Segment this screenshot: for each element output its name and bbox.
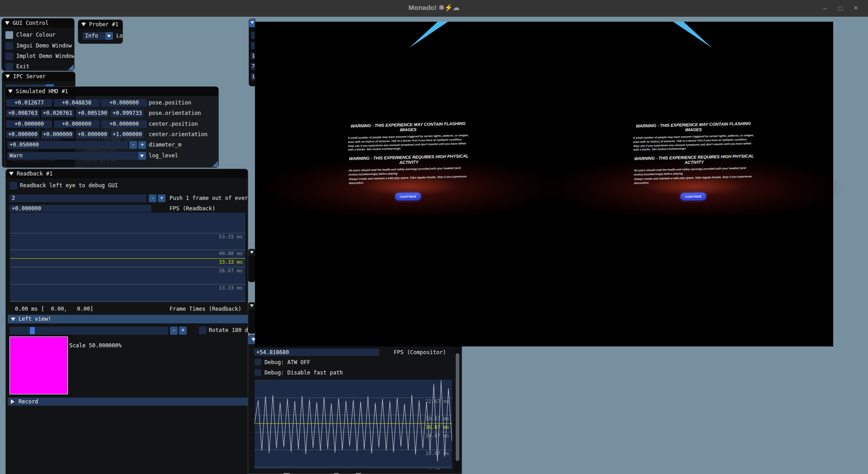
plot-gridline <box>10 284 245 284</box>
drag-float-input[interactable]: +0.000000 <box>6 120 52 128</box>
collapse-arrow-icon[interactable] <box>250 21 254 24</box>
scale-minus-button[interactable]: - <box>170 327 178 335</box>
collapse-arrow-icon[interactable] <box>11 318 15 321</box>
scale-slider-label: Scale 50.000000% <box>69 342 122 349</box>
push-frame-minus-button[interactable]: - <box>149 194 156 202</box>
diameter-minus-button[interactable]: - <box>129 141 137 149</box>
drag-float-input[interactable]: +0.005190 <box>76 109 109 117</box>
scale-slider[interactable]: Scale 50.000000% <box>9 327 168 335</box>
plot-tick-label: 0.00 ms <box>222 302 243 303</box>
close-button[interactable]: × <box>850 3 862 13</box>
readback-titlebar[interactable]: Readback #1 <box>6 169 248 178</box>
drag-float-input[interactable]: +0.999733 <box>111 109 144 117</box>
os-titlebar: Monado! ❄⚡☁ – □ × <box>0 0 868 17</box>
warning-panel-left-eye: WARNING - THIS EXPERIENCE MAY CONTAIN FL… <box>347 121 470 185</box>
readback-left-eye-checkbox[interactable] <box>9 182 17 190</box>
drag-float-input[interactable]: +0.020761 <box>41 109 74 117</box>
resize-grip[interactable] <box>68 64 74 70</box>
drag-float-input[interactable]: +0.000000 <box>54 120 99 128</box>
maximize-button[interactable]: □ <box>835 3 846 13</box>
plot-gridline <box>10 250 245 250</box>
warning-title-activity: WARNING - THIS EXPERIENCE REQUIRES HIGH … <box>633 153 755 166</box>
left-view-header[interactable]: Left view! <box>8 315 248 323</box>
log-level-combo[interactable]: Warn <box>7 152 138 160</box>
ipc-server-title: IPC Server <box>13 73 46 80</box>
drag-float-input[interactable]: +0.000000 <box>41 131 74 138</box>
readback-fps-input[interactable]: +0.000000 <box>9 205 151 213</box>
rotate-180-checkbox[interactable] <box>199 327 207 334</box>
drag-float-input[interactable]: +0.008763 <box>6 109 39 117</box>
minimize-button[interactable]: – <box>819 3 831 13</box>
collapse-arrow-icon[interactable] <box>9 172 14 175</box>
drag-float-input[interactable]: +0.000000 <box>6 131 39 138</box>
record-header[interactable]: Record <box>8 398 248 406</box>
os-window-title: Monado! ❄⚡☁ <box>0 4 868 12</box>
debug-fastpath-checkbox[interactable] <box>255 369 261 376</box>
compositor-fps-input[interactable]: +54.818680 <box>254 349 379 356</box>
scrollbar-track[interactable] <box>455 346 460 473</box>
left-view-image <box>9 337 68 394</box>
push-frame-input[interactable]: 2 <box>9 194 146 202</box>
menu-item-label: Exit <box>16 63 29 71</box>
drag-float-input[interactable]: +0.012677 <box>6 99 52 107</box>
drag-float-input[interactable]: +0.000000 <box>101 120 147 128</box>
debug-fastpath-label: Debug: Disable fast path <box>264 369 343 377</box>
plot-tick-label: 53.33 ms <box>219 234 243 240</box>
window-partial-top: 171 <box>249 19 255 86</box>
checkbox-exit[interactable] <box>5 63 13 71</box>
compositor-fps-label: FPS (Compositor) <box>394 349 446 356</box>
plot-tick-label: 40.00 ms <box>219 251 243 256</box>
plot-series-line <box>255 379 452 469</box>
debug-atw-label: Debug: ATW OFF <box>264 359 310 366</box>
checkbox-implot-demo-window[interactable] <box>5 52 13 60</box>
readback-frame-times-plot[interactable]: 53.33 ms40.00 ms33.33 ms26.67 ms13.33 ms… <box>9 212 246 303</box>
drag-float-input[interactable]: +0.000000 <box>101 99 147 107</box>
warning-title-flashing: WARNING - THIS EXPERIENCE MAY CONTAIN FL… <box>347 121 468 133</box>
collapse-arrow-icon[interactable] <box>81 23 86 26</box>
drag-float-input[interactable]: +0.000000 <box>76 131 109 138</box>
chevron-down-icon[interactable] <box>105 32 113 40</box>
slider-grab[interactable] <box>30 327 35 334</box>
gui-control-titlebar[interactable]: GUI Control <box>2 19 74 28</box>
plot-tick-label: 26.67 ms <box>219 268 243 274</box>
clear-colour-swatch[interactable] <box>5 31 13 39</box>
hmd-title: Simulated HMD #1 <box>16 88 68 95</box>
hmd-titlebar[interactable]: Simulated HMD #1 <box>5 87 218 96</box>
collapse-arrow-icon[interactable] <box>5 75 10 78</box>
diameter-label: diameter_m <box>149 141 181 149</box>
collapse-arrow-icon[interactable] <box>250 251 254 254</box>
scale-plus-button[interactable]: + <box>179 327 187 335</box>
collapse-arrow-icon[interactable] <box>8 90 13 93</box>
chevron-down-icon[interactable] <box>138 152 146 160</box>
diameter-input[interactable]: +0.050000 <box>7 141 128 149</box>
resize-grip[interactable] <box>212 161 218 167</box>
continue-button-right-eye[interactable]: CONTINUE <box>680 193 706 201</box>
diameter-plus-button[interactable]: + <box>138 141 146 149</box>
prober-titlebar[interactable]: Prober #1 <box>78 20 123 29</box>
menu-item-label: Implot Demo Window <box>16 52 75 60</box>
collapse-arrow-icon[interactable] <box>250 304 254 307</box>
compositor-frame-times-plot[interactable]: 22.67 ms18.67 ms16.67 ms14.67 ms10.67 ms… <box>254 379 453 469</box>
continue-button-left-eye[interactable]: CONTINUE <box>395 193 421 201</box>
ipc-server-titlebar[interactable]: IPC Server <box>2 72 75 81</box>
partial-titlebar[interactable] <box>249 19 255 27</box>
drag-float-input[interactable]: +1.000000 <box>111 131 144 138</box>
readback-fps-label: FPS (Readback) <box>170 205 215 213</box>
readback-plot-title: Frame Times (Readback) <box>170 305 241 313</box>
collapse-arrow-icon[interactable] <box>11 399 14 404</box>
log-level-label: log_level <box>149 152 178 160</box>
debug-atw-checkbox[interactable] <box>255 359 261 365</box>
scrollbar-grab[interactable] <box>456 353 459 461</box>
log-button[interactable]: Log <box>116 32 123 40</box>
push-frame-plus-button[interactable]: + <box>158 194 165 202</box>
plot-tick-label: 33.33 ms <box>219 259 243 265</box>
cyan-streak-left-icon <box>409 22 448 48</box>
drag-float-input[interactable]: +0.048838 <box>54 99 99 107</box>
prober-log-level-combo[interactable]: Info <box>83 32 105 40</box>
readback-left-eye-label: Readback left eye to debug GUI <box>20 182 118 190</box>
plot-tick-label: 13.33 ms <box>219 285 243 291</box>
checkbox-imgui-demo-window[interactable] <box>5 42 13 50</box>
collapse-arrow-icon[interactable] <box>5 21 9 25</box>
rotate-180-label: Rotate 180 de <box>209 327 248 334</box>
drag-row-label: center.orientation <box>149 131 208 138</box>
